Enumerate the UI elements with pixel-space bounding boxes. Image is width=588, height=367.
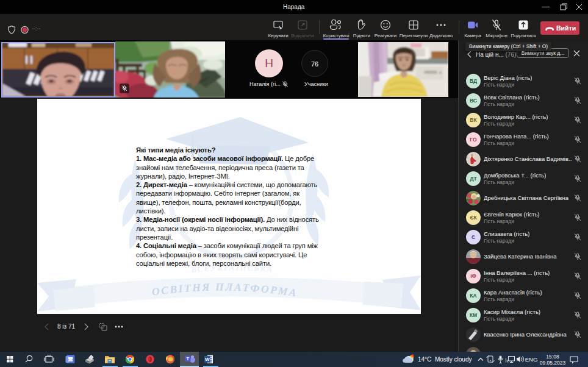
svg-text:15:08: 15:08 bbox=[546, 354, 559, 360]
svg-text:W: W bbox=[205, 357, 210, 362]
svg-text:T: T bbox=[186, 356, 189, 362]
svg-text:ENG: ENG bbox=[525, 356, 538, 363]
svg-text:09.05.2023: 09.05.2023 bbox=[540, 360, 566, 366]
